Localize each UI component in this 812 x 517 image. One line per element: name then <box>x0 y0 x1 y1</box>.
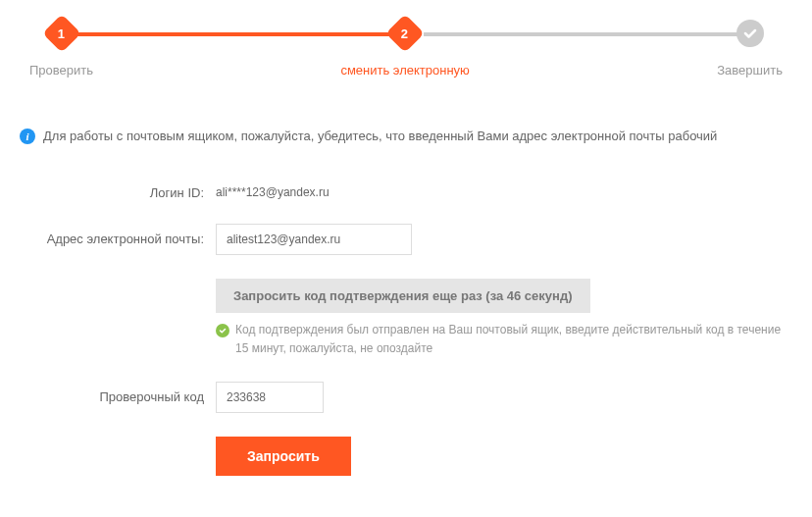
check-icon <box>216 324 229 337</box>
step-label-3: Завершить <box>717 63 783 78</box>
code-label: Проверочный код <box>20 389 216 404</box>
email-row: Адрес электронной почты: <box>20 224 792 255</box>
email-field[interactable] <box>216 224 412 255</box>
submit-button[interactable]: Запросить <box>216 437 351 476</box>
submit-section: Запросить <box>216 437 792 476</box>
login-value: ali****123@yandex.ru <box>216 185 330 199</box>
code-field[interactable] <box>216 382 324 413</box>
step-badge-1: 1 <box>42 14 81 53</box>
sent-message: Код подтверждения был отправлен на Ваш п… <box>216 321 792 358</box>
sent-text: Код подтверждения был отправлен на Ваш п… <box>235 321 792 358</box>
login-label: Логин ID: <box>20 185 216 200</box>
login-row: Логин ID: ali****123@yandex.ru <box>20 185 792 200</box>
step-badge-2: 2 <box>385 14 425 53</box>
step-1: 1 Проверить <box>29 20 93 78</box>
code-row: Проверочный код <box>20 382 792 413</box>
email-label: Адрес электронной почты: <box>20 232 216 246</box>
resend-section: Запросить код подтверждения еще раз (за … <box>216 279 792 358</box>
step-number: 2 <box>402 26 409 40</box>
step-label-2: сменить электронную <box>340 63 469 78</box>
step-3: Завершить <box>717 20 783 78</box>
info-message: i Для работы с почтовым ящиком, пожалуйс… <box>20 127 792 146</box>
step-2: 2 сменить электронную <box>340 20 469 78</box>
step-number: 1 <box>58 26 65 40</box>
steps-progress: 1 Проверить 2 сменить электронную Заверш… <box>20 20 792 78</box>
step-line-inactive <box>424 32 741 36</box>
info-text: Для работы с почтовым ящиком, пожалуйста… <box>43 127 717 146</box>
step-done-icon <box>736 20 764 47</box>
step-label-1: Проверить <box>29 63 93 78</box>
resend-button: Запросить код подтверждения еще раз (за … <box>216 279 590 313</box>
info-icon: i <box>20 129 35 144</box>
checkmark-icon <box>742 26 758 41</box>
